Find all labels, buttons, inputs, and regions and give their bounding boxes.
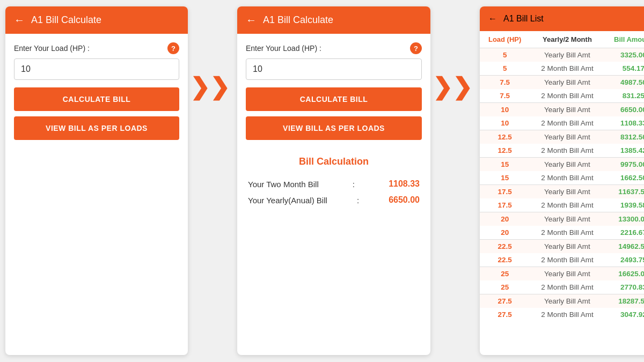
col-yearly-2month: Yearly/2 Month: [530, 31, 604, 48]
type-cell: Yearly Bill Amt: [530, 212, 604, 226]
panel2-title: A1 Bill Calculate: [263, 14, 333, 26]
arrow-2-icon: ❯❯: [433, 75, 472, 99]
col-bill-amount: Bill Amount: [605, 31, 644, 48]
load-cell: 25: [480, 267, 530, 281]
panel1-help-icon[interactable]: ?: [167, 42, 179, 54]
load-cell: 7.5: [480, 89, 530, 103]
load-cell: 5: [480, 62, 530, 76]
amount-cell: 18287.50: [605, 294, 644, 308]
yearly-label: Your Yearly(Anual) Bill: [248, 196, 327, 205]
yearly-bill-row: Your Yearly(Anual) Bill : 6650.00: [246, 192, 422, 208]
table-row: 25 2 Month Bill Amt 2770.83: [480, 280, 644, 294]
type-cell: 2 Month Bill Amt: [530, 198, 604, 212]
table-row: 7.5 Yearly Bill Amt 4987.50: [480, 76, 644, 90]
load-cell: 10: [480, 116, 530, 130]
load-cell: 17.5: [480, 198, 530, 212]
table-row: 20 2 Month Bill Amt 2216.67: [480, 226, 644, 240]
load-cell: 10: [480, 103, 530, 117]
panel2-load-label: Enter Your Load (HP) :: [246, 44, 321, 53]
type-cell: 2 Month Bill Amt: [530, 62, 604, 76]
load-cell: 25: [480, 280, 530, 294]
load-cell: 7.5: [480, 76, 530, 90]
amount-cell: 3047.92: [605, 308, 644, 321]
yearly-value: 6650.00: [389, 195, 420, 205]
load-cell: 15: [480, 158, 530, 172]
panel1-view-button[interactable]: VIEW BILL AS PER LOADS: [14, 116, 179, 140]
two-month-label: Your Two Month Bill: [248, 180, 319, 189]
table-row: 15 2 Month Bill Amt 1662.50: [480, 171, 644, 185]
panel2-view-button[interactable]: VIEW BILL AS PER LOADS: [246, 116, 422, 140]
amount-cell: 2216.67: [605, 226, 644, 240]
panel2-load-input[interactable]: [246, 58, 422, 80]
type-cell: 2 Month Bill Amt: [530, 308, 604, 321]
type-cell: 2 Month Bill Amt: [530, 89, 604, 103]
table-row: 27.5 Yearly Bill Amt 18287.50: [480, 294, 644, 308]
table-row: 12.5 2 Month Bill Amt 1385.42: [480, 144, 644, 158]
amount-cell: 13300.00: [605, 212, 644, 226]
panel-3: ← A1 Bill List Load (HP) Yearly/2 Month …: [480, 6, 644, 355]
table-row: 10 2 Month Bill Amt 1108.33: [480, 116, 644, 130]
table-row: 17.5 Yearly Bill Amt 11637.50: [480, 185, 644, 199]
panel2-calculate-button[interactable]: CALCULATE BILL: [246, 87, 422, 111]
load-cell: 22.5: [480, 253, 530, 267]
panel1-calculate-button[interactable]: CALCULATE BILL: [14, 87, 179, 111]
amount-cell: 554.17: [605, 62, 644, 76]
amount-cell: 6650.00: [605, 103, 644, 117]
load-cell: 27.5: [480, 308, 530, 321]
amount-cell: 4987.50: [605, 76, 644, 90]
amount-cell: 2770.83: [605, 280, 644, 294]
load-cell: 22.5: [480, 240, 530, 254]
amount-cell: 3325.00: [605, 48, 644, 62]
type-cell: Yearly Bill Amt: [530, 158, 604, 172]
panel1-back-arrow[interactable]: ←: [14, 14, 25, 26]
amount-cell: 831.25: [605, 89, 644, 103]
panel1-field-label-row: Enter Your Load (HP) : ?: [14, 42, 179, 54]
amount-cell: 2493.75: [605, 253, 644, 267]
arrow-1-icon: ❯❯: [190, 75, 230, 99]
type-cell: 2 Month Bill Amt: [530, 116, 604, 130]
type-cell: Yearly Bill Amt: [530, 294, 604, 308]
table-row: 22.5 Yearly Bill Amt 14962.50: [480, 240, 644, 254]
load-cell: 12.5: [480, 144, 530, 158]
panel2-header: ← A1 Bill Calculate: [237, 6, 430, 34]
load-cell: 27.5: [480, 294, 530, 308]
bill-calc-title: Bill Calculation: [246, 156, 422, 167]
bill-calculation-section: Bill Calculation Your Two Month Bill : 1…: [246, 156, 422, 208]
table-row: 15 Yearly Bill Amt 9975.00: [480, 158, 644, 172]
table-header-row: Load (HP) Yearly/2 Month Bill Amount: [480, 31, 644, 48]
type-cell: Yearly Bill Amt: [530, 240, 604, 254]
load-cell: 20: [480, 212, 530, 226]
type-cell: 2 Month Bill Amt: [530, 280, 604, 294]
table-row: 5 Yearly Bill Amt 3325.00: [480, 48, 644, 62]
amount-cell: 1939.58: [605, 198, 644, 212]
panel1-load-input[interactable]: [14, 58, 179, 80]
app-container: ← A1 Bill Calculate Enter Your Load (HP)…: [0, 0, 644, 361]
arrow-1: ❯❯: [188, 75, 232, 99]
amount-cell: 11637.50: [605, 185, 644, 199]
type-cell: Yearly Bill Amt: [530, 185, 604, 199]
type-cell: Yearly Bill Amt: [530, 130, 604, 144]
arrow-2: ❯❯: [430, 75, 474, 99]
panel2-help-icon[interactable]: ?: [410, 42, 422, 54]
amount-cell: 1662.50: [605, 171, 644, 185]
panel-1: ← A1 Bill Calculate Enter Your Load (HP)…: [5, 6, 188, 355]
panel3-back-arrow[interactable]: ←: [488, 14, 497, 24]
panel1-content: Enter Your Load (HP) : ? CALCULATE BILL …: [5, 34, 188, 154]
panel3-header: ← A1 Bill List: [480, 6, 644, 31]
panel-2: ← A1 Bill Calculate Enter Your Load (HP)…: [237, 6, 430, 355]
panel1-header: ← A1 Bill Calculate: [5, 6, 188, 34]
panel3-title: A1 Bill List: [503, 14, 544, 24]
table-row: 20 Yearly Bill Amt 13300.00: [480, 212, 644, 226]
table-row: 7.5 2 Month Bill Amt 831.25: [480, 89, 644, 103]
two-month-colon: :: [353, 180, 355, 189]
two-month-value: 1108.33: [389, 179, 420, 189]
col-load: Load (HP): [480, 31, 530, 48]
table-row: 12.5 Yearly Bill Amt 8312.50: [480, 130, 644, 144]
type-cell: 2 Month Bill Amt: [530, 253, 604, 267]
type-cell: 2 Month Bill Amt: [530, 144, 604, 158]
load-cell: 12.5: [480, 130, 530, 144]
bill-list-content[interactable]: Load (HP) Yearly/2 Month Bill Amount 5 Y…: [480, 31, 644, 342]
amount-cell: 8312.50: [605, 130, 644, 144]
panel2-back-arrow[interactable]: ←: [246, 14, 257, 26]
type-cell: 2 Month Bill Amt: [530, 226, 604, 240]
